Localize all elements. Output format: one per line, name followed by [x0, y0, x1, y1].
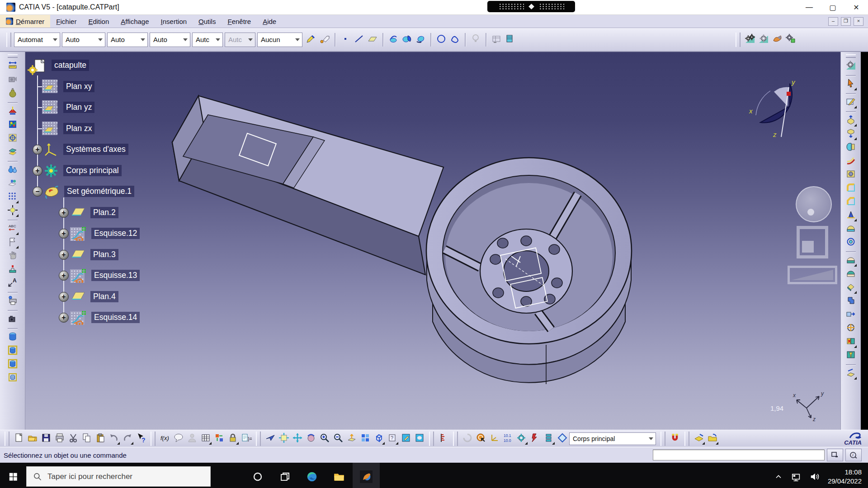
tree-item-esquisse-14[interactable]: Esquisse.14: [91, 312, 140, 323]
tree-item-catapulte[interactable]: catapulte: [52, 60, 89, 71]
rapid-prototyping-button[interactable]: [6, 295, 19, 308]
shaft-button[interactable]: [844, 141, 857, 154]
tree-item-plan-4[interactable]: Plan.4: [90, 291, 118, 302]
lock-button[interactable]: [226, 432, 239, 445]
taskbar-catia[interactable]: [353, 463, 380, 488]
stamp-button[interactable]: [6, 263, 19, 276]
sketch-icon[interactable]: [70, 268, 87, 286]
wizard-flag-button[interactable]: [318, 33, 331, 46]
pocket-button[interactable]: [844, 128, 857, 141]
planeyellow-icon[interactable]: [71, 247, 86, 262]
whats-this-button[interactable]: ?: [135, 432, 147, 445]
plane-button[interactable]: [366, 33, 379, 46]
format-combo-2[interactable]: Auto: [62, 33, 105, 47]
fly-mode-button[interactable]: [264, 432, 277, 445]
undo-button[interactable]: [108, 432, 120, 445]
taskbar-edge[interactable]: [298, 463, 326, 488]
pad-button[interactable]: [844, 114, 857, 127]
constraints-zap-button[interactable]: [529, 432, 542, 445]
rule-sheet-button[interactable]: }=: [240, 432, 253, 445]
toolbar-grip[interactable]: [453, 432, 458, 446]
draft-angle-button[interactable]: [844, 209, 857, 222]
scaling-button[interactable]: [844, 322, 857, 335]
shape-morphing-button[interactable]: [6, 178, 19, 190]
toolbar-grip[interactable]: [256, 432, 261, 446]
hole-button[interactable]: [844, 169, 857, 181]
database-volume-2-button[interactable]: [6, 345, 19, 357]
tree-item-esquisse-12[interactable]: Esquisse.12: [91, 228, 140, 239]
fit-all-in-button[interactable]: [278, 432, 290, 445]
widget-sphere[interactable]: [796, 186, 832, 222]
multi-view-button[interactable]: [359, 432, 372, 445]
sketch-icon[interactable]: [70, 310, 87, 328]
apply-material-button[interactable]: [6, 87, 19, 100]
workbench-gear-button[interactable]: [844, 60, 857, 73]
catalog-a-button[interactable]: [693, 432, 705, 445]
toolbar-grip[interactable]: [151, 432, 156, 446]
maximize-button[interactable]: ▢: [821, 0, 844, 14]
paintbrush-button[interactable]: [305, 33, 317, 46]
collapse-icon[interactable]: −: [33, 187, 42, 197]
tree-item-plan-xy[interactable]: Plan xy: [63, 81, 94, 92]
planeyellow-icon[interactable]: [71, 289, 86, 304]
named-views-button[interactable]: ?: [386, 432, 399, 445]
geoset-icon[interactable]: [43, 184, 60, 201]
tray-chevron-icon[interactable]: [774, 472, 783, 481]
menu-dmarrer[interactable]: Démarrer: [0, 15, 50, 28]
gearbody-icon[interactable]: [43, 163, 59, 180]
workbench-assembly-button[interactable]: [784, 33, 797, 46]
menu-insertion[interactable]: Insertion: [155, 15, 193, 28]
save-button[interactable]: [40, 432, 52, 445]
taskbar-cortana[interactable]: [244, 463, 271, 488]
union-trim-button[interactable]: [844, 295, 857, 308]
remove-boolean-button[interactable]: [844, 282, 857, 294]
cut-button[interactable]: [67, 432, 80, 445]
grab-hand-button[interactable]: [6, 250, 19, 263]
only-current-body-button[interactable]: [556, 432, 569, 445]
root-icon[interactable]: [27, 58, 48, 78]
menu-affichage[interactable]: Affichage: [115, 15, 155, 28]
sectioning-button[interactable]: [6, 146, 19, 159]
taskbar-task-view[interactable]: [271, 463, 298, 488]
mdi-restore-button[interactable]: ❐: [841, 17, 851, 26]
toolbar-grip[interactable]: [684, 432, 689, 446]
shell-button[interactable]: [844, 223, 857, 235]
menu-edition[interactable]: Edition: [82, 15, 115, 28]
workbench-gears-button[interactable]: [744, 33, 756, 46]
circle-button[interactable]: [435, 33, 448, 46]
compass-snap-button[interactable]: [6, 132, 19, 145]
mean-dimensions-button[interactable]: 10.110.0: [502, 432, 514, 445]
edge-fillet-button[interactable]: [844, 182, 857, 195]
menu-outils[interactable]: Outils: [193, 15, 222, 28]
render-style-button[interactable]: [400, 432, 412, 445]
zoom-out-button[interactable]: [332, 432, 344, 445]
planemesh-icon[interactable]: [42, 121, 58, 137]
orientation-compass[interactable]: x y z: [747, 78, 806, 141]
expand-icon[interactable]: +: [33, 145, 42, 155]
close-button[interactable]: ✕: [844, 0, 868, 14]
workbench-part-button[interactable]: [771, 33, 783, 46]
render-style-alt-button[interactable]: [413, 432, 426, 445]
tree-item-esquisse-13[interactable]: Esquisse.13: [91, 270, 140, 281]
expand-icon[interactable]: +: [59, 292, 69, 302]
line-button[interactable]: [353, 33, 365, 46]
rib-button[interactable]: [844, 155, 857, 168]
catalog-browser-button[interactable]: [6, 164, 19, 177]
thickness-button[interactable]: [844, 236, 857, 249]
knowledge-map-button[interactable]: [213, 432, 226, 445]
workbench-gear-outline-button[interactable]: [757, 33, 770, 46]
camera-button[interactable]: [6, 313, 19, 326]
expand-icon[interactable]: +: [59, 313, 69, 323]
extrude-surface-button[interactable]: [387, 33, 400, 46]
menu-fichier[interactable]: Fichier: [50, 15, 82, 28]
taskbar-clock[interactable]: 18:08 29/04/2022: [828, 468, 862, 485]
planemesh-icon[interactable]: [42, 79, 58, 95]
taskbar-file-explorer[interactable]: [326, 463, 353, 488]
tree-item-syst-mes-d-axes[interactable]: Systèmes d'axes: [63, 144, 128, 155]
speaker-icon[interactable]: [809, 472, 820, 482]
tree-item-plan-2[interactable]: Plan.2: [90, 207, 118, 218]
parameters-gear-button[interactable]: [515, 432, 528, 445]
select-arrow-button[interactable]: [844, 78, 857, 91]
mdi-minimize-button[interactable]: –: [828, 17, 838, 26]
tree-ruler-button[interactable]: [437, 432, 450, 445]
